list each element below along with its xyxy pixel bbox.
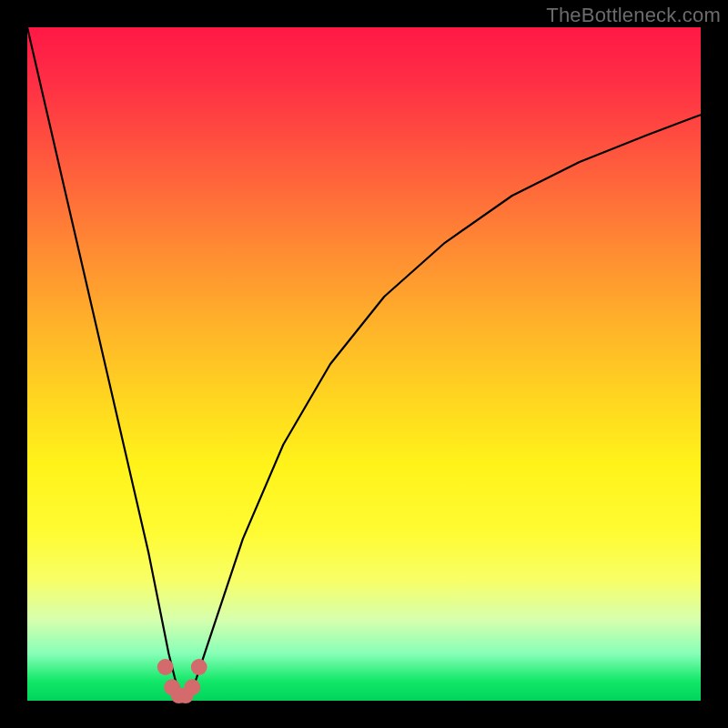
minimum-markers [157, 659, 207, 703]
chart-frame: TheBottleneck.com [0, 0, 728, 728]
chart-svg [27, 27, 701, 701]
curve-line [27, 27, 701, 694]
minimum-marker [191, 659, 207, 675]
watermark-text: TheBottleneck.com [546, 4, 721, 27]
minimum-marker [184, 679, 200, 695]
plot-area [27, 27, 701, 701]
minimum-marker [157, 659, 174, 675]
